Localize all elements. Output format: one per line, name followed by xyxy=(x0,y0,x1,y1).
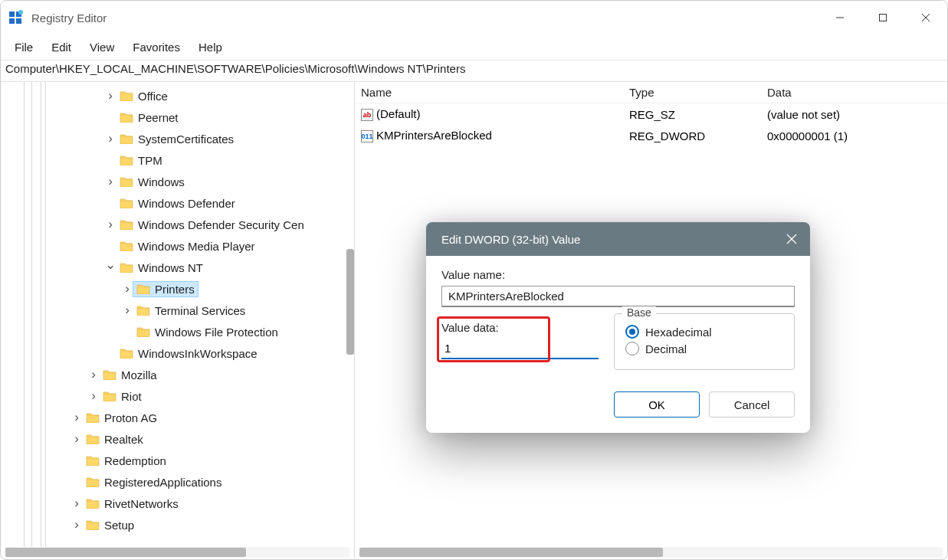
tree-item-label: Windows File Protection xyxy=(155,326,278,339)
tree-item-label: SystemCertificates xyxy=(138,133,234,146)
folder-icon xyxy=(136,326,150,337)
tree-horizontal-scrollbar[interactable] xyxy=(5,547,349,558)
svg-point-4 xyxy=(18,10,23,15)
folder-icon xyxy=(120,219,133,230)
address-bar[interactable]: Computer\HKEY_LOCAL_MACHINE\SOFTWARE\Pol… xyxy=(1,61,947,82)
menu-file[interactable]: File xyxy=(7,38,41,57)
tree-item[interactable]: Windows xyxy=(1,171,354,192)
close-button[interactable] xyxy=(904,1,947,34)
tree-item-label: Setup xyxy=(104,519,134,532)
folder-icon xyxy=(103,391,116,401)
cancel-button[interactable]: Cancel xyxy=(709,391,795,418)
tree-item-label: Windows Defender Security Cen xyxy=(138,218,304,231)
tree-item[interactable]: Printers xyxy=(1,278,354,300)
value-name: (Default) xyxy=(376,107,421,120)
menu-bar: File Edit View Favorites Help xyxy=(1,34,947,61)
folder-icon xyxy=(86,476,100,487)
svg-rect-6 xyxy=(880,15,887,21)
expand-chevron-icon[interactable] xyxy=(87,388,100,404)
menu-edit[interactable]: Edit xyxy=(44,38,79,57)
dialog-title-bar[interactable]: Edit DWORD (32-bit) Value xyxy=(426,222,810,256)
tree-item[interactable]: Redemption xyxy=(1,450,354,471)
svg-rect-3 xyxy=(16,18,21,24)
folder-icon xyxy=(120,198,133,208)
tree-item[interactable]: SystemCertificates xyxy=(1,128,354,149)
tree-item[interactable]: Windows File Protection xyxy=(1,321,354,342)
value-row[interactable]: ab(Default)REG_SZ(value not set) xyxy=(355,103,947,125)
folder-icon xyxy=(86,434,100,444)
maximize-button[interactable] xyxy=(861,1,904,34)
tree-item[interactable]: Mozilla xyxy=(1,364,354,385)
folder-icon xyxy=(120,348,133,359)
expand-chevron-icon[interactable] xyxy=(71,517,83,532)
tree-item[interactable]: Peernet xyxy=(1,106,354,128)
menu-view[interactable]: View xyxy=(82,38,122,57)
column-header-name[interactable]: Name xyxy=(355,86,623,99)
expand-chevron-icon[interactable] xyxy=(104,217,116,232)
radio-icon xyxy=(625,342,639,355)
value-data: 0x00000001 (1) xyxy=(761,129,947,142)
folder-icon xyxy=(86,412,100,423)
tree-item-label: RivetNetworks xyxy=(104,497,179,510)
expand-chevron-icon[interactable] xyxy=(121,281,133,296)
tree-item[interactable]: Terminal Services xyxy=(1,300,354,321)
expand-chevron-icon[interactable] xyxy=(104,88,116,103)
tree-pane: OfficePeernetSystemCertificatesTPMWindow… xyxy=(1,82,355,560)
app-icon xyxy=(8,10,24,25)
value-type-icon: ab xyxy=(361,109,373,121)
list-horizontal-scrollbar[interactable] xyxy=(359,547,943,558)
column-header-data[interactable]: Data xyxy=(761,86,947,99)
radio-decimal[interactable]: Decimal xyxy=(625,342,783,355)
tree-item[interactable]: WindowsInkWorkspace xyxy=(1,342,354,364)
minimize-button[interactable] xyxy=(818,1,861,34)
tree-item-label: RegisteredApplications xyxy=(104,476,221,489)
value-type-icon: 011 xyxy=(361,130,373,142)
tree-vertical-scrollbar[interactable] xyxy=(346,249,354,355)
expand-chevron-icon[interactable] xyxy=(121,303,133,318)
menu-help[interactable]: Help xyxy=(191,38,230,57)
tree-item-label: Office xyxy=(138,90,168,103)
value-name-field[interactable]: KMPrintersAreBlocked xyxy=(441,286,795,307)
expand-chevron-icon[interactable] xyxy=(87,367,100,382)
menu-favorites[interactable]: Favorites xyxy=(125,38,188,57)
expand-chevron-icon[interactable] xyxy=(71,496,83,511)
registry-tree[interactable]: OfficePeernetSystemCertificatesTPMWindow… xyxy=(1,82,354,535)
tree-item[interactable]: RegisteredApplications xyxy=(1,471,354,493)
tree-item-label: Windows Defender xyxy=(138,197,235,210)
radio-hexadecimal[interactable]: Hexadecimal xyxy=(625,325,783,339)
tree-item[interactable]: Windows Defender Security Cen xyxy=(1,214,354,235)
tree-item[interactable]: Riot xyxy=(1,385,354,407)
expand-chevron-icon[interactable] xyxy=(104,174,116,189)
tree-item[interactable]: TPM xyxy=(1,149,354,171)
expand-chevron-icon[interactable] xyxy=(71,410,83,425)
column-header-type[interactable]: Type xyxy=(623,86,761,99)
tree-item[interactable]: Office xyxy=(1,85,354,106)
tree-item-label: Redemption xyxy=(104,454,166,467)
folder-icon xyxy=(120,133,133,144)
tree-item-label: Printers xyxy=(155,283,195,296)
tree-item[interactable]: Proton AG xyxy=(1,407,354,428)
value-name: KMPrintersAreBlocked xyxy=(376,129,492,142)
value-row[interactable]: 011KMPrintersAreBlockedREG_DWORD0x000000… xyxy=(355,125,947,146)
tree-item[interactable]: RivetNetworks xyxy=(1,493,354,514)
tree-item[interactable]: Windows Media Player xyxy=(1,235,354,257)
value-data-input[interactable] xyxy=(441,339,599,359)
expand-chevron-icon[interactable] xyxy=(71,431,83,447)
values-list[interactable]: ab(Default)REG_SZ(value not set)011KMPri… xyxy=(355,103,947,146)
tree-item-label: Proton AG xyxy=(104,411,157,424)
title-bar: Registry Editor xyxy=(1,1,947,34)
base-group: Base Hexadecimal Decimal xyxy=(614,313,795,370)
expand-chevron-icon[interactable] xyxy=(104,262,116,273)
svg-rect-0 xyxy=(9,11,15,17)
ok-button[interactable]: OK xyxy=(614,391,700,418)
tree-item[interactable]: Windows Defender xyxy=(1,192,354,214)
tree-item-label: WindowsInkWorkspace xyxy=(138,347,258,360)
expand-chevron-icon[interactable] xyxy=(104,131,116,146)
dialog-title: Edit DWORD (32-bit) Value xyxy=(441,233,580,246)
tree-item[interactable]: Realtek xyxy=(1,428,354,450)
folder-icon xyxy=(120,155,133,165)
dialog-close-button[interactable] xyxy=(773,222,810,256)
tree-item[interactable]: Setup xyxy=(1,514,354,535)
folder-icon xyxy=(120,241,133,251)
tree-item[interactable]: Windows NT xyxy=(1,257,354,278)
